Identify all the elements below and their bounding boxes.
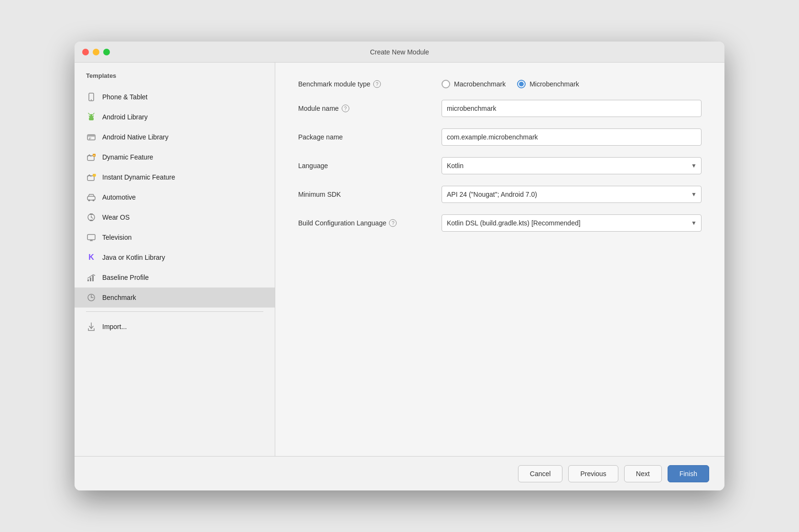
automotive-icon <box>86 192 97 202</box>
sidebar-item-label: Phone & Tablet <box>102 93 148 101</box>
dialog-title: Create New Module <box>370 48 429 56</box>
native-library-icon <box>86 132 97 142</box>
sidebar-divider <box>86 311 263 312</box>
sidebar-item-label: Automotive <box>102 193 136 201</box>
previous-button[interactable]: Previous <box>568 465 618 482</box>
macrobenchmark-radio[interactable]: Macrobenchmark <box>442 80 506 88</box>
benchmark-module-type-label: Benchmark module type ? <box>298 80 442 88</box>
build-config-control: Kotlin DSL (build.gradle.kts) [Recommend… <box>442 214 702 232</box>
sidebar-item-label: Television <box>102 234 131 241</box>
sidebar-item-label: Wear OS <box>102 213 130 221</box>
svg-line-5 <box>88 113 89 114</box>
sidebar-item-label: Baseline Profile <box>102 274 149 281</box>
sidebar-item-label: Android Library <box>102 113 148 121</box>
wear-os-icon <box>86 212 97 223</box>
minimum-sdk-select[interactable]: API 24 ("Nougat"; Android 7.0) API 21 ("… <box>442 186 702 203</box>
language-label: Language <box>298 162 442 170</box>
minimize-button[interactable] <box>93 49 99 55</box>
svg-point-19 <box>88 200 90 202</box>
television-icon <box>86 232 97 243</box>
sidebar-item-label: Android Native Library <box>102 133 169 141</box>
sidebar-item-instant-dynamic-feature[interactable]: ⚡ Instant Dynamic Feature <box>75 167 275 187</box>
sidebar-item-android-native-library[interactable]: Android Native Library <box>75 127 275 147</box>
microbenchmark-radio[interactable]: Microbenchmark <box>517 80 579 88</box>
sidebar-item-label: Dynamic Feature <box>102 153 153 161</box>
sidebar-item-label: Benchmark <box>102 294 136 301</box>
sidebar-item-wear-os[interactable]: Wear OS <box>75 207 275 227</box>
svg-rect-22 <box>90 213 93 215</box>
sidebar-item-phone-tablet[interactable]: Phone & Tablet <box>75 87 275 107</box>
build-config-help[interactable]: ? <box>389 219 397 227</box>
svg-point-4 <box>92 115 93 116</box>
package-name-label: Package name <box>298 133 442 141</box>
finish-button[interactable]: Finish <box>668 465 709 482</box>
close-button[interactable] <box>82 49 89 55</box>
benchmark-module-type-row: Benchmark module type ? Macrobenchmark M… <box>298 80 702 88</box>
svg-rect-30 <box>90 277 91 281</box>
benchmark-module-type-help[interactable]: ? <box>373 80 381 88</box>
sidebar-item-television[interactable]: Television <box>75 227 275 247</box>
sidebar-item-benchmark[interactable]: Benchmark <box>75 287 275 308</box>
language-select[interactable]: Kotlin Java <box>442 157 702 174</box>
package-name-row: Package name <box>298 128 702 146</box>
sidebar-header: Templates <box>75 63 275 85</box>
benchmark-icon <box>86 292 97 303</box>
dialog-content: Templates Phone & Tablet <box>75 63 724 456</box>
instant-dynamic-icon: ⚡ <box>86 172 97 182</box>
package-name-input[interactable] <box>442 128 702 146</box>
templates-sidebar: Templates Phone & Tablet <box>75 63 275 456</box>
svg-point-1 <box>91 99 92 100</box>
import-label: Import... <box>102 323 127 330</box>
module-name-help[interactable]: ? <box>342 105 349 112</box>
svg-line-6 <box>93 113 94 114</box>
dialog-footer: Cancel Previous Next Finish <box>75 456 724 490</box>
cancel-button[interactable]: Cancel <box>518 465 563 482</box>
title-bar: Create New Module <box>75 42 724 63</box>
sidebar-item-java-kotlin-library[interactable]: K Java or Kotlin Library <box>75 247 275 267</box>
next-button[interactable]: Next <box>624 465 662 482</box>
phone-tablet-icon <box>86 92 97 102</box>
macrobenchmark-radio-outer <box>442 80 450 88</box>
main-form: Benchmark module type ? Macrobenchmark M… <box>275 63 724 456</box>
minimum-sdk-label: Minimum SDK <box>298 191 442 198</box>
sidebar-item-baseline-profile[interactable]: Baseline Profile <box>75 267 275 287</box>
language-row: Language Kotlin Java ▼ <box>298 157 702 174</box>
svg-point-3 <box>89 115 90 116</box>
build-config-label: Build Configuration Language ? <box>298 219 442 227</box>
module-name-label: Module name ? <box>298 105 442 112</box>
svg-rect-31 <box>92 276 94 281</box>
baseline-profile-icon <box>86 272 97 283</box>
minimum-sdk-control: API 24 ("Nougat"; Android 7.0) API 21 ("… <box>442 186 702 203</box>
svg-rect-7 <box>89 117 94 120</box>
dynamic-feature-icon: + <box>86 152 97 162</box>
build-config-select[interactable]: Kotlin DSL (build.gradle.kts) [Recommend… <box>442 214 702 232</box>
maximize-button[interactable] <box>103 49 110 55</box>
sidebar-item-import[interactable]: Import... <box>75 316 275 338</box>
module-name-control <box>442 100 702 117</box>
svg-point-20 <box>93 200 95 202</box>
svg-point-2 <box>89 114 94 118</box>
minimum-sdk-row: Minimum SDK API 24 ("Nougat"; Android 7.… <box>298 186 702 203</box>
module-name-row: Module name ? <box>298 100 702 117</box>
module-name-input[interactable] <box>442 100 702 117</box>
svg-text:+: + <box>93 154 95 157</box>
svg-rect-26 <box>87 234 95 240</box>
svg-rect-18 <box>87 196 95 200</box>
microbenchmark-radio-outer <box>517 80 526 88</box>
sidebar-list: Phone & Tablet Android Library <box>75 85 275 456</box>
svg-text:⚡: ⚡ <box>94 173 97 177</box>
android-library-icon <box>86 112 97 122</box>
sidebar-item-android-library[interactable]: Android Library <box>75 107 275 127</box>
svg-rect-23 <box>90 220 93 221</box>
svg-rect-9 <box>87 135 95 137</box>
svg-rect-29 <box>87 279 89 281</box>
kotlin-library-icon: K <box>86 252 97 263</box>
import-icon <box>86 321 97 332</box>
sidebar-item-dynamic-feature[interactable]: + Dynamic Feature <box>75 147 275 167</box>
build-config-row: Build Configuration Language ? Kotlin DS… <box>298 214 702 232</box>
create-new-module-dialog: Create New Module Templates Phone & Tabl… <box>75 42 724 490</box>
package-name-control <box>442 128 702 146</box>
benchmark-module-type-control: Macrobenchmark Microbenchmark <box>442 80 702 88</box>
sidebar-item-automotive[interactable]: Automotive <box>75 187 275 207</box>
microbenchmark-radio-inner <box>519 82 524 86</box>
